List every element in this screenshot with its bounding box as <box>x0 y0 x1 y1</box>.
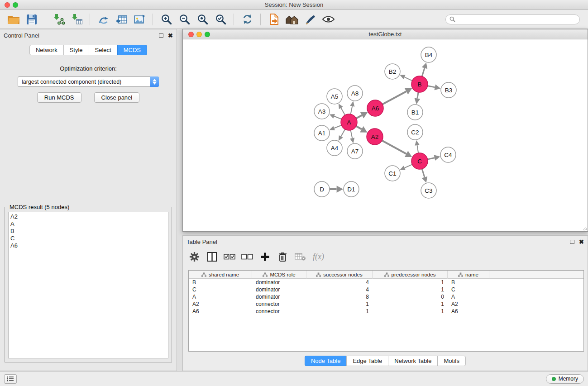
delete-table-icon[interactable] <box>293 250 307 263</box>
function-builder-button[interactable]: f(x) <box>311 252 324 262</box>
table-cell[interactable]: 8 <box>306 294 373 300</box>
table-cell[interactable]: 1 <box>306 308 373 315</box>
graph-node-A6[interactable]: A6 <box>367 100 383 116</box>
table-cell[interactable]: 4 <box>306 286 373 293</box>
result-item[interactable]: A2 <box>9 213 168 220</box>
graph-edge-C-C4[interactable] <box>428 155 440 161</box>
graph-edge-A-A8[interactable] <box>350 101 354 114</box>
table-cell[interactable]: dominator <box>252 286 306 293</box>
table-cell[interactable]: 1 <box>373 308 448 315</box>
close-table-panel-icon[interactable]: ✖ <box>579 239 584 245</box>
graph-edge-A-A7[interactable] <box>350 130 354 143</box>
optimization-criterion-dropdown[interactable]: largest connected component (directed) <box>18 76 159 87</box>
deselect-all-checkboxes-icon[interactable] <box>240 250 254 263</box>
memory-button[interactable]: Memory <box>546 374 584 384</box>
float-panel-icon[interactable] <box>159 33 163 38</box>
first-neighbors-icon[interactable] <box>266 12 282 27</box>
result-item[interactable]: A <box>9 220 168 228</box>
table-cell[interactable]: A2 <box>448 301 489 307</box>
close-panel-button[interactable]: Close panel <box>94 92 140 103</box>
network-graph[interactable]: B4B2BB3A5A8A6A3AB1A1A2C2A4A7C4CC1DD1C3 <box>183 39 588 231</box>
graph-edge-A-A1[interactable] <box>330 125 342 130</box>
table-row[interactable]: A6connector11A6 <box>189 308 583 315</box>
graph-edge-A-A4[interactable] <box>339 129 345 141</box>
resize-handle-icon[interactable] <box>582 225 587 231</box>
graph-node-A3[interactable]: A3 <box>314 104 330 119</box>
column-header-successor-nodes[interactable]: successor nodes <box>306 271 373 279</box>
table-cell[interactable]: 1 <box>373 301 448 307</box>
network-close-button[interactable] <box>188 32 194 37</box>
table-cell[interactable]: connector <box>252 301 306 307</box>
run-mcds-button[interactable]: Run MCDS <box>37 92 81 103</box>
table-cell[interactable]: A2 <box>189 301 252 307</box>
show-columns-icon[interactable] <box>205 250 219 263</box>
task-history-button[interactable] <box>4 374 17 384</box>
network-canvas[interactable]: B4B2BB3A5A8A6A3AB1A1A2C2A4A7C4CC1DD1C3 <box>183 39 588 231</box>
table-cell[interactable]: connector <box>252 308 306 315</box>
table-cell[interactable]: B <box>448 279 489 286</box>
graph-edge-A-A3[interactable] <box>330 114 342 119</box>
float-table-panel-icon[interactable] <box>570 240 574 244</box>
graph-node-A1[interactable]: A1 <box>314 125 330 141</box>
table-row[interactable]: Bdominator41B <box>189 279 583 286</box>
table-cell[interactable]: B <box>189 279 252 286</box>
graph-node-B[interactable]: B <box>411 76 428 92</box>
table-cell[interactable]: 0 <box>373 294 448 300</box>
column-header-name[interactable]: name <box>448 271 489 279</box>
import-network-from-file-icon[interactable] <box>51 12 66 27</box>
zoom-fit-icon[interactable] <box>195 12 210 27</box>
graph-node-B3[interactable]: B3 <box>441 82 456 98</box>
import-table-from-file-icon[interactable] <box>69 12 84 27</box>
table-cell[interactable]: C <box>448 286 489 293</box>
graph-node-D1[interactable]: D1 <box>344 181 359 197</box>
zoom-out-icon[interactable] <box>177 12 192 27</box>
network-zoom-button[interactable] <box>205 32 210 37</box>
network-window-titlebar[interactable]: testGlobe.txt <box>183 29 588 39</box>
graph-edge-C-C3[interactable] <box>422 169 428 183</box>
table-tab-network-table[interactable]: Network Table <box>388 356 438 366</box>
graph-node-C3[interactable]: C3 <box>421 183 436 198</box>
zoom-window-button[interactable] <box>13 2 18 8</box>
search-input[interactable] <box>458 16 576 23</box>
tab-select[interactable]: Select <box>89 45 118 55</box>
graph-node-A8[interactable]: A8 <box>347 86 363 101</box>
table-cell[interactable]: 1 <box>373 286 448 293</box>
tab-network[interactable]: Network <box>29 45 64 55</box>
close-panel-icon[interactable]: ✖ <box>168 33 173 38</box>
graph-node-C4[interactable]: C4 <box>440 147 456 162</box>
graph-node-A5[interactable]: A5 <box>327 89 342 104</box>
select-all-checkboxes-icon[interactable] <box>223 250 236 263</box>
show-hide-icon[interactable] <box>320 12 336 27</box>
table-cell[interactable]: 1 <box>373 279 448 286</box>
table-cell[interactable]: A6 <box>448 308 489 315</box>
refresh-icon[interactable] <box>239 12 255 27</box>
close-window-button[interactable] <box>5 2 10 8</box>
table-row[interactable]: Cdominator41C <box>189 286 583 293</box>
graph-edge-A2-C[interactable] <box>382 141 412 157</box>
tab-mcds[interactable]: MCDS <box>117 45 147 55</box>
table-settings-gear-icon[interactable] <box>187 250 201 263</box>
graph-node-A2[interactable]: A2 <box>367 129 383 145</box>
graph-edge-C-C2[interactable] <box>415 140 419 153</box>
graph-edge-D-D1[interactable] <box>330 186 343 193</box>
zoom-selected-icon[interactable] <box>213 12 228 27</box>
graph-edge-C-C1[interactable] <box>400 164 412 170</box>
column-header-shared-name[interactable]: shared name <box>189 271 252 279</box>
toolbar-search[interactable] <box>445 14 580 24</box>
graph-edge-A-A5[interactable] <box>339 104 345 115</box>
graph-node-B1[interactable]: B1 <box>407 105 423 120</box>
table-cell[interactable]: A6 <box>189 308 252 315</box>
home-icon[interactable] <box>284 12 300 27</box>
table-tab-motifs[interactable]: Motifs <box>437 356 466 366</box>
table-cell[interactable]: 1 <box>306 301 373 307</box>
network-minimize-button[interactable] <box>196 32 202 37</box>
column-header-mcds-role[interactable]: MCDS role <box>252 271 306 279</box>
graph-node-D[interactable]: D <box>314 181 330 197</box>
table-row[interactable]: Adominator80A <box>189 293 583 300</box>
table-cell[interactable]: 4 <box>306 279 373 286</box>
graph-edge-A-A6[interactable] <box>356 112 368 119</box>
export-image-icon[interactable] <box>132 12 147 27</box>
table-cell[interactable]: C <box>189 286 252 293</box>
table-cell[interactable]: A <box>448 294 489 300</box>
result-item[interactable]: B <box>9 228 168 235</box>
